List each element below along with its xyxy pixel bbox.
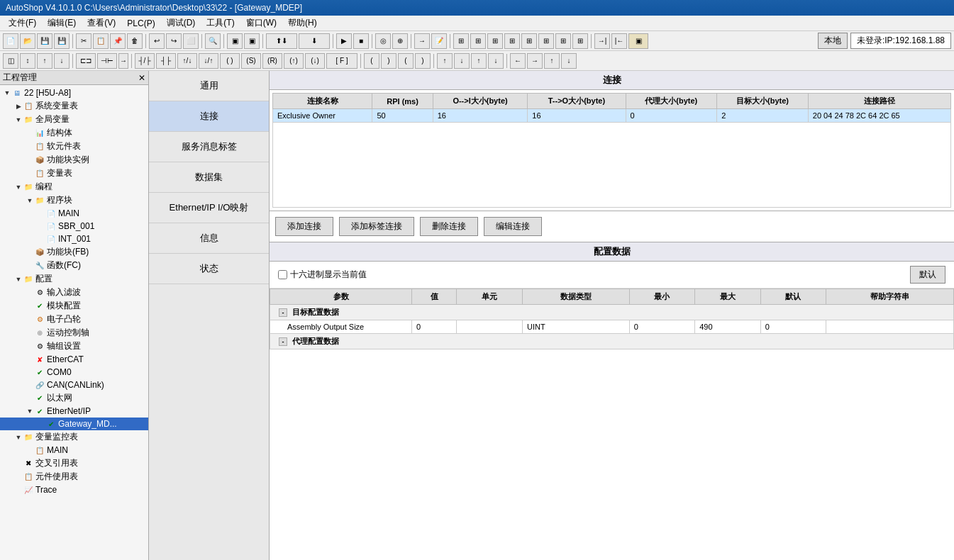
tb-new[interactable]: 📄 [3, 33, 18, 49]
expander-axisgroup[interactable] [26, 342, 34, 351]
btn-add-connection[interactable]: 添加连接 [275, 217, 333, 236]
menu-debug[interactable]: 调试(D) [161, 16, 201, 30]
tb-download[interactable]: ⬇ [299, 33, 330, 49]
expander-varmonitor[interactable]: ▼ [14, 433, 23, 442]
tb-sym1[interactable]: ↑ [437, 53, 453, 69]
tb-l5[interactable]: ⊏⊐ [76, 53, 96, 69]
expander-elemuse[interactable] [14, 473, 23, 481]
expander-softelem[interactable] [26, 142, 34, 151]
tb-func[interactable]: [ F ] [326, 53, 357, 69]
tb-nc[interactable]: ┤/├ [135, 53, 155, 69]
expander-config[interactable]: ▼ [14, 275, 23, 284]
tb-grid5[interactable]: ⊞ [521, 33, 537, 49]
tree-node-fc[interactable]: 🔧 函数(FC) [0, 259, 148, 272]
expander-com0[interactable] [26, 368, 34, 376]
tb-save2[interactable]: 💾 [54, 33, 70, 49]
tb-parens1[interactable]: ( [364, 53, 379, 69]
tree-node-gateway[interactable]: ✔ Gateway_MD... [0, 418, 148, 430]
expander-fc[interactable] [26, 262, 34, 270]
tb-l2[interactable]: ↕ [20, 53, 35, 69]
tb-v1[interactable]: → [414, 33, 430, 49]
expander-varlist[interactable] [26, 169, 34, 178]
expander-motionaxis[interactable] [26, 329, 34, 337]
expander-sysvars[interactable]: ▶ [14, 102, 23, 111]
tree-node-fbinst[interactable]: 📦 功能块实例 [0, 153, 148, 167]
tb-sym4[interactable]: ↓ [488, 53, 504, 69]
menu-edit[interactable]: 编辑(E) [42, 16, 82, 30]
menu-tools[interactable]: 工具(T) [201, 16, 240, 30]
tb-sym2[interactable]: ↓ [454, 53, 470, 69]
nav-connection[interactable]: 连接 [149, 101, 269, 132]
nav-info[interactable]: 信息 [149, 223, 269, 254]
tb-cp[interactable]: (↑) [284, 53, 304, 69]
expander-struct[interactable] [26, 129, 34, 138]
tb-undo[interactable]: ↩ [149, 33, 165, 49]
tree-node-sbr001[interactable]: 📄 SBR_001 [0, 220, 148, 233]
btn-edit-connection[interactable]: 编辑连接 [484, 217, 542, 236]
tree-node-softelem[interactable]: 📋 软元件表 [0, 140, 148, 153]
tb-stop[interactable]: ■ [353, 33, 369, 49]
expander-ethernetip[interactable]: ▼ [26, 407, 34, 415]
tb-mon2[interactable]: ⊕ [392, 33, 408, 49]
tree-node-root[interactable]: ▼ 🖥 22 [H5U-A8] [0, 86, 148, 99]
menu-plc[interactable]: PLC(P) [121, 17, 160, 30]
tb-parens2[interactable]: ) [381, 53, 396, 69]
tb-grid1[interactable]: ⊞ [453, 33, 469, 49]
local-button[interactable]: 本地 [818, 33, 848, 49]
expander-ethercat[interactable] [26, 355, 34, 364]
tb-comm[interactable]: ▣ [628, 33, 648, 49]
tree-node-sysvars[interactable]: ▶ 📋 系统变量表 [0, 99, 148, 113]
default-button[interactable]: 默认 [910, 266, 945, 284]
tb-b1[interactable]: ▣ [227, 33, 243, 49]
menu-window[interactable]: 窗口(W) [240, 16, 282, 30]
nav-dataset[interactable]: 数据集 [149, 162, 269, 193]
menu-view[interactable]: 查看(V) [82, 16, 121, 30]
expander-canlink[interactable] [26, 381, 34, 389]
tree-node-axisgroup[interactable]: ⚙ 轴组设置 [0, 340, 148, 353]
tb-r[interactable]: (R) [262, 53, 282, 69]
tb-copy[interactable]: 📋 [93, 33, 109, 49]
tb-l6[interactable]: ⊣⊢ [97, 53, 117, 69]
tb-grid8[interactable]: ⊞ [572, 33, 588, 49]
tree-node-globalvars[interactable]: ▼ 📁 全局变量 [0, 113, 148, 126]
tb-arr1[interactable]: ← [510, 53, 526, 69]
tree-node-mainmon[interactable]: 📋 MAIN [0, 444, 148, 457]
nav-status[interactable]: 状态 [149, 254, 269, 284]
tree-node-canlink[interactable]: 🔗 CAN(CANLink) [0, 379, 148, 391]
expander-main[interactable] [37, 209, 45, 218]
tree-node-eleccam[interactable]: ⚙ 电子凸轮 [0, 313, 148, 326]
project-close-icon[interactable]: ✕ [138, 73, 145, 83]
tb-clear[interactable]: ⬜ [183, 33, 199, 49]
tb-paste[interactable]: 📌 [110, 33, 126, 49]
btn-add-tag-connection[interactable]: 添加标签连接 [339, 217, 414, 236]
tb-grid2[interactable]: ⊞ [470, 33, 486, 49]
menu-file[interactable]: 文件(F) [3, 16, 42, 30]
tree-node-main[interactable]: 📄 MAIN [0, 207, 148, 220]
tb-sym3[interactable]: ↑ [471, 53, 487, 69]
tb-grid3[interactable]: ⊞ [487, 33, 503, 49]
tree-node-motionaxis[interactable]: ⊕ 运动控制轴 [0, 326, 148, 340]
nav-service-msg[interactable]: 服务消息标签 [149, 132, 269, 162]
tree-node-int001[interactable]: 📄 INT_001 [0, 233, 148, 245]
tb-delete[interactable]: 🗑 [127, 33, 143, 49]
tree-node-progblocks[interactable]: ▼ 📁 程序块 [0, 194, 148, 207]
expander-int001[interactable] [37, 235, 45, 243]
tb-grid4[interactable]: ⊞ [504, 33, 520, 49]
tb-save[interactable]: 💾 [37, 33, 52, 49]
hex-checkbox[interactable] [278, 270, 287, 279]
tb-parens3[interactable]: ( [398, 53, 414, 69]
tb-l7[interactable]: → [118, 53, 128, 69]
tb-search[interactable]: 🔍 [205, 33, 221, 49]
expander-trace[interactable] [14, 486, 23, 494]
tb-run[interactable]: ▶ [336, 33, 352, 49]
tree-node-ethercat[interactable]: ✘ EtherCAT [0, 353, 148, 366]
tb-l1[interactable]: ◫ [3, 53, 18, 69]
tree-node-fb[interactable]: 📦 功能块(FB) [0, 245, 148, 259]
expander-eleccam[interactable] [26, 315, 34, 324]
tb-l4[interactable]: ↓ [54, 53, 70, 69]
tb-v2[interactable]: 📝 [431, 33, 447, 49]
expander-root[interactable]: ▼ [3, 89, 11, 97]
tree-node-com0[interactable]: ✔ COM0 [0, 366, 148, 379]
expander-mainmon[interactable] [26, 446, 34, 454]
collapse-icon-proxy[interactable]: - [279, 337, 287, 346]
